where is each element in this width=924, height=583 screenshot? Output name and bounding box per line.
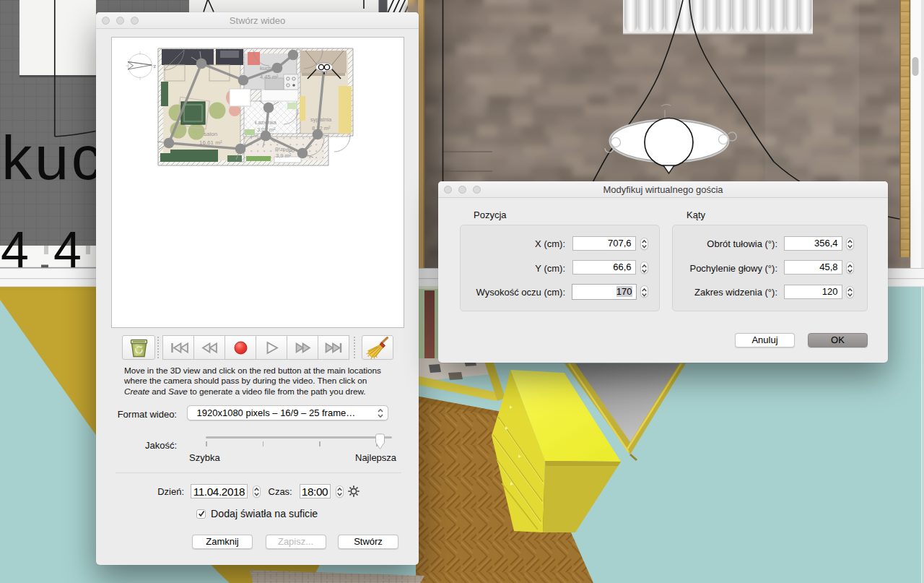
svg-text:3,9 m²: 3,9 m² (276, 152, 292, 159)
svg-text:salon: salon (204, 131, 217, 137)
svg-text:sypialnia: sypialnia (310, 116, 332, 123)
svg-text:kuc: kuc (1, 124, 105, 192)
svg-text:z: z (154, 63, 157, 69)
svg-text:4,45 m²: 4,45 m² (260, 74, 279, 80)
